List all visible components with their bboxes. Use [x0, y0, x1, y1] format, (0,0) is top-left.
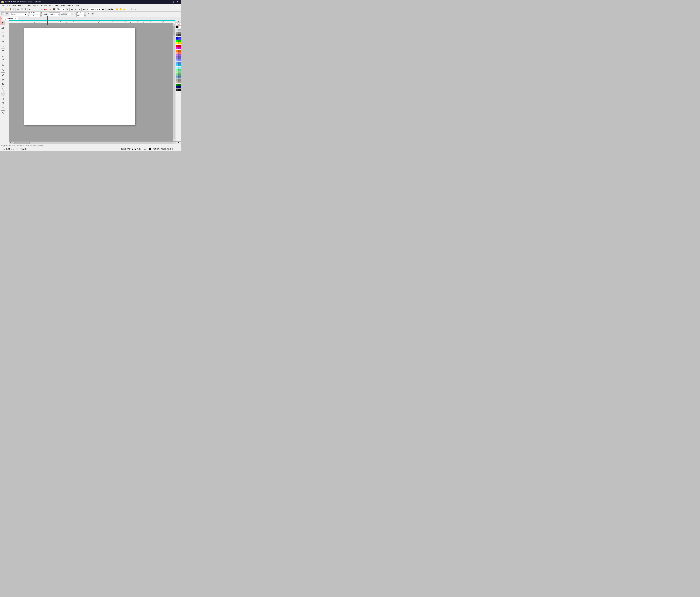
swatch-magenta2[interactable] — [178, 47, 181, 49]
swatch-green1[interactable] — [176, 40, 178, 42]
menu-layout[interactable]: Layout — [17, 4, 25, 7]
swatch-gray2[interactable] — [178, 29, 181, 31]
palette-scroll-down[interactable]: ▼ — [175, 141, 181, 144]
swatch-steel2[interactable] — [178, 57, 181, 59]
swatch-orange2[interactable] — [178, 50, 181, 52]
dup-v-down[interactable]: ▼ — [84, 16, 86, 17]
tab-arrow-left[interactable]: ◀ — [1, 17, 3, 20]
transform-tool[interactable] — [1, 30, 5, 34]
swatch-vdark1[interactable] — [176, 88, 178, 90]
swatch-tan1[interactable] — [176, 81, 178, 83]
swatch-dgreen2[interactable] — [178, 84, 181, 86]
monitor-icon[interactable]: 🖥 — [172, 148, 174, 150]
zoom-fullpage-button[interactable]: ⬛ — [52, 8, 56, 11]
duplicate-v-input[interactable] — [76, 14, 84, 17]
swatch-mint1[interactable] — [176, 69, 178, 71]
swatch-mgray2[interactable] — [178, 79, 181, 81]
fill-tool[interactable] — [1, 82, 5, 86]
dup-h-down[interactable]: ▼ — [84, 13, 86, 14]
swatch-mint2[interactable] — [178, 69, 181, 71]
hand-tool5[interactable]: 👋 — [130, 8, 133, 11]
width-down[interactable]: ▼ — [40, 13, 42, 14]
scale-btn[interactable] — [88, 12, 91, 16]
eyedropper-tool[interactable] — [1, 77, 5, 82]
paste-button[interactable]: 📌 — [24, 8, 27, 11]
page-prev-btn[interactable]: ◀ — [3, 148, 5, 150]
import-button[interactable]: ↓□ — [37, 8, 40, 11]
landscape-btn[interactable] — [5, 12, 9, 16]
undo-button[interactable]: ↩ — [28, 8, 32, 11]
menu-table[interactable]: Table — [53, 4, 60, 7]
document-tab[interactable]: 🏠 Untitled-1 ✕ — [3, 17, 19, 20]
swatch-lcyan2[interactable] — [178, 67, 181, 69]
swatch-lav2[interactable] — [178, 54, 181, 57]
nudge-input[interactable] — [64, 13, 71, 15]
nudge-up[interactable]: ▲ — [71, 13, 73, 14]
menu-file[interactable]: File — [1, 4, 6, 7]
hand-tool4[interactable]: ☞ — [126, 8, 130, 11]
swatch-gray6[interactable] — [178, 34, 181, 36]
swatch-black[interactable] — [176, 26, 178, 28]
vscroll-down[interactable]: ▼ — [173, 139, 175, 141]
shape-tool[interactable] — [1, 25, 5, 29]
swatch-lav1[interactable] — [176, 54, 178, 57]
hscroll-track[interactable] — [11, 141, 173, 144]
snap-to-select[interactable]: Snap To ▼ — [89, 8, 101, 11]
swatch-cyan2[interactable] — [178, 64, 181, 66]
print-button[interactable]: 🖨 — [11, 8, 15, 11]
swatch-tan2[interactable] — [178, 81, 181, 83]
polygon-tool[interactable] — [1, 58, 5, 62]
height-input[interactable] — [30, 14, 40, 17]
swatch-mgray1[interactable] — [176, 79, 178, 81]
more-btn[interactable]: » — [133, 8, 137, 11]
menu-object[interactable]: Object — [25, 4, 32, 7]
zoom-in-status[interactable]: + — [178, 148, 180, 150]
paint-bucket[interactable] — [1, 101, 5, 106]
nudge-down[interactable]: ▼ — [71, 14, 73, 15]
rectangle-tool[interactable] — [1, 49, 5, 53]
minimize-button[interactable]: — — [167, 0, 171, 4]
vertical-scrollbar[interactable]: ▲ ▼ — [173, 23, 175, 141]
text-tool[interactable]: A — [1, 68, 5, 72]
dropper-tool2[interactable] — [1, 97, 5, 101]
zoom-in-btn[interactable]: 🔍 — [66, 8, 69, 11]
zoom-level-display[interactable]: 📊 — [49, 8, 52, 11]
connector-tool[interactable] — [1, 111, 5, 115]
maximize-button[interactable]: □ — [171, 0, 175, 4]
hand-tool3[interactable]: 👆 — [123, 8, 126, 11]
view-mode-btn[interactable]: ▦ — [70, 8, 74, 11]
eraser-tool[interactable] — [1, 106, 5, 110]
swatch-green2[interactable] — [178, 40, 181, 42]
mode-arrow[interactable]: ▶ — [135, 148, 136, 150]
swatch-sage2[interactable] — [178, 74, 181, 76]
select-tool[interactable] — [1, 21, 5, 25]
page-first-btn[interactable]: |◀ — [1, 148, 3, 150]
menu-view[interactable]: View — [11, 4, 17, 7]
swatch-blue2[interactable] — [178, 37, 181, 40]
pdf-button[interactable]: PDF — [44, 8, 47, 11]
smart-draw-tool[interactable] — [1, 44, 5, 48]
palette-scroll-up[interactable]: ▲ — [175, 20, 181, 23]
interactive-tool[interactable] — [1, 87, 5, 92]
swatch-dgreen1[interactable] — [176, 84, 178, 86]
freehand-tool[interactable] — [1, 40, 5, 44]
portrait-btn[interactable] — [1, 12, 4, 16]
horizontal-scrollbar[interactable]: ◀ ▶ — [9, 141, 175, 144]
menu-help[interactable]: Help — [75, 4, 80, 7]
swatch-white[interactable] — [178, 26, 181, 28]
menu-edit[interactable]: Edit — [6, 4, 11, 7]
add-page-btn[interactable]: + — [16, 148, 19, 150]
swatch-lgreen2[interactable] — [178, 72, 181, 74]
units-select[interactable]: inches mm cm pixels points — [49, 12, 60, 16]
swatch-red2[interactable] — [178, 45, 181, 47]
height-down[interactable]: ▼ — [40, 16, 42, 17]
menu-bitmaps[interactable]: Bitmaps — [40, 4, 48, 7]
swatch-vdark2[interactable] — [178, 88, 181, 90]
swatch-slate2[interactable] — [178, 76, 181, 78]
transparency-tool[interactable] — [1, 92, 5, 96]
hscroll-left[interactable]: ◀ — [9, 141, 11, 144]
swatch-yellow2[interactable] — [178, 42, 181, 45]
swatch-periw1[interactable] — [176, 59, 178, 61]
dup-v-up[interactable]: ▲ — [84, 14, 86, 16]
height-up[interactable]: ▲ — [40, 14, 42, 16]
